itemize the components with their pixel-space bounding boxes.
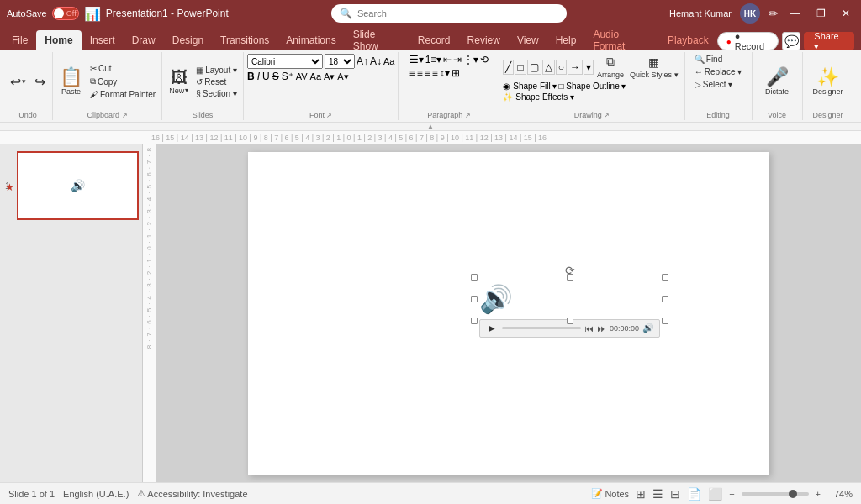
more-shapes[interactable]: ▾ — [584, 60, 594, 75]
tab-design[interactable]: Design — [164, 30, 212, 50]
italic-button[interactable]: I — [257, 71, 260, 82]
bullets-button[interactable]: ☰▾ — [409, 54, 424, 66]
rect-shape[interactable]: □ — [515, 60, 526, 75]
forward-button[interactable]: ⏭ — [597, 323, 606, 333]
increase-indent-button[interactable]: ⇥ — [453, 54, 462, 66]
progress-bar[interactable] — [502, 327, 581, 329]
layout-button[interactable]: ▦Layout ▾ — [193, 65, 240, 76]
tab-animations[interactable]: Animations — [277, 30, 344, 50]
redo-button[interactable]: ↪ — [31, 72, 49, 92]
handle-mid-left[interactable] — [471, 296, 478, 302]
bold-button[interactable]: B — [247, 71, 255, 82]
tab-draw[interactable]: Draw — [124, 30, 164, 50]
search-input[interactable] — [357, 8, 558, 18]
undo-button[interactable]: ↩ ▾ — [7, 72, 29, 92]
tab-record[interactable]: Record — [409, 30, 459, 50]
shape-fill-button[interactable]: ◉ Shape Fill ▾ — [503, 81, 557, 91]
quick-styles-button[interactable]: ▦ Quick Styles ▾ — [627, 55, 681, 80]
align-left-button[interactable]: ≡ — [409, 67, 415, 79]
slide-canvas[interactable]: ⟳ 🔊 — [248, 152, 769, 475]
highlight-button[interactable]: A▾ — [324, 71, 335, 82]
arrow-shape[interactable]: → — [568, 60, 583, 75]
pen-icon[interactable]: ✏ — [769, 7, 779, 20]
canvas-area[interactable]: ⟳ 🔊 — [156, 144, 861, 482]
rounded-rect-shape[interactable]: ▢ — [527, 60, 541, 75]
font-increase-button[interactable]: A↑ — [357, 55, 368, 67]
tab-review[interactable]: Review — [459, 30, 509, 50]
handle-mid-right[interactable] — [662, 296, 668, 302]
zoom-out-button[interactable]: − — [729, 489, 734, 499]
close-button[interactable]: ✕ — [837, 5, 854, 22]
tab-insert[interactable]: Insert — [82, 30, 124, 50]
columns-button[interactable]: ⋮▾ — [463, 54, 478, 66]
handle-top-center[interactable] — [567, 274, 573, 281]
arrange-button[interactable]: ⧉ Arrange — [594, 54, 626, 80]
text-direction-button[interactable]: ⟲ — [480, 54, 489, 66]
normal-view-button[interactable]: ⊞ — [636, 487, 646, 501]
tab-transitions[interactable]: Transitions — [212, 30, 277, 50]
circle-shape[interactable]: ○ — [556, 60, 567, 75]
notes-button[interactable]: 📝 Notes — [591, 488, 629, 499]
triangle-shape[interactable]: △ — [542, 60, 555, 75]
decrease-indent-button[interactable]: ⇤ — [443, 54, 452, 66]
record-button[interactable]: ● ● Record — [717, 32, 779, 50]
handle-top-left[interactable] — [471, 274, 478, 281]
audio-element[interactable]: ⟳ 🔊 — [479, 282, 660, 338]
line-shape[interactable]: ╱ — [503, 60, 514, 75]
tab-file[interactable]: File — [3, 30, 36, 50]
tab-view[interactable]: View — [509, 30, 547, 50]
language-indicator[interactable]: English (U.A.E.) — [63, 489, 129, 499]
clear-format-button[interactable]: Aa — [383, 56, 394, 66]
search-box[interactable]: 🔍 — [331, 4, 567, 23]
text-shadow-button[interactable]: S⁺ — [282, 71, 293, 82]
avatar[interactable]: HK — [740, 3, 760, 24]
handle-bot-center[interactable] — [567, 318, 573, 324]
volume-button[interactable]: 🔊 — [642, 323, 654, 333]
dictate-button[interactable]: 🎤 Dictate — [762, 66, 792, 97]
zoom-level[interactable]: 74% — [827, 489, 853, 499]
rewind-button[interactable]: ⏮ — [584, 323, 594, 333]
select-button[interactable]: ▷ Select ▾ — [692, 79, 736, 90]
handle-top-right[interactable] — [662, 274, 668, 281]
autosave-toggle[interactable]: Off — [52, 7, 79, 20]
slide-thumbnail[interactable]: 🔊 — [17, 151, 139, 220]
comment-button[interactable]: 💬 — [782, 32, 800, 50]
tab-help[interactable]: Help — [547, 30, 585, 50]
minimize-button[interactable]: — — [787, 5, 804, 22]
share-button[interactable]: Share ▾ — [804, 32, 854, 50]
font-color-button[interactable]: A▾ — [337, 71, 348, 82]
justify-button[interactable]: ≡ — [432, 67, 438, 79]
shape-effects-button[interactable]: ✨ Shape Effects ▾ — [503, 92, 574, 102]
strikethrough-button[interactable]: S — [272, 71, 279, 82]
smart-art-button[interactable]: ⊞ — [452, 67, 460, 79]
align-right-button[interactable]: ≡ — [425, 67, 430, 79]
new-slide-button[interactable]: 🖼 New ▾ — [166, 67, 192, 97]
char-spacing-button[interactable]: AV — [296, 71, 308, 81]
ribbon-collapse[interactable]: ▲ — [0, 123, 861, 131]
tab-playback[interactable]: Playback — [659, 30, 717, 50]
align-center-button[interactable]: ≡ — [417, 67, 423, 79]
zoom-slider[interactable] — [742, 492, 809, 496]
outline-view-button[interactable]: ☰ — [652, 487, 663, 501]
slide-sorter-button[interactable]: ⊟ — [670, 487, 680, 501]
handle-bot-right[interactable] — [662, 318, 668, 324]
font-decrease-button[interactable]: A↓ — [370, 55, 382, 67]
font-case-button[interactable]: Aa — [310, 71, 321, 81]
line-spacing-button[interactable]: ↕▾ — [440, 67, 450, 79]
cut-button[interactable]: ✂Cut — [87, 63, 158, 74]
font-size-select[interactable]: 18 — [325, 54, 355, 69]
accessibility-warning[interactable]: ⚠ Accessibility: Investigate — [137, 488, 247, 499]
handle-bot-left[interactable] — [471, 318, 478, 324]
section-button[interactable]: §Section ▾ — [193, 88, 240, 99]
replace-button[interactable]: ↔ Replace ▾ — [692, 66, 744, 77]
tab-home[interactable]: Home — [36, 30, 81, 50]
paste-button[interactable]: 📋 Paste — [56, 66, 86, 97]
format-painter-button[interactable]: 🖌Format Painter — [87, 89, 158, 100]
find-button[interactable]: 🔍 Find — [692, 54, 725, 65]
reading-view-button[interactable]: ⬜ — [708, 487, 722, 501]
designer-button[interactable]: ✨ Designer — [810, 66, 847, 97]
font-family-select[interactable]: Calibri — [247, 54, 323, 69]
zoom-in-button[interactable]: + — [816, 489, 821, 499]
copy-button[interactable]: ⧉Copy — [87, 76, 158, 87]
numbering-button[interactable]: 1≡▾ — [425, 54, 442, 66]
